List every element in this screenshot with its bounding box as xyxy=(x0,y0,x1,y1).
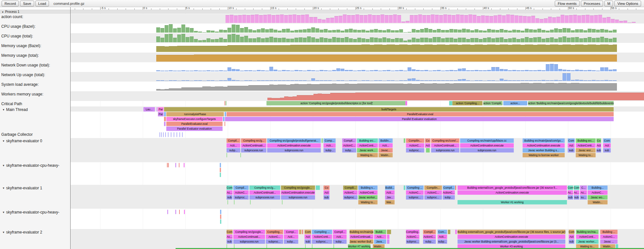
event-block[interactable]: Waiting to... xyxy=(358,200,378,204)
event-block[interactable]: ActionC... xyxy=(233,190,249,195)
event-block[interactable]: Acti... xyxy=(284,234,298,239)
event-block[interactable]: Acti... xyxy=(226,143,240,148)
event-block[interactable]: Com xyxy=(603,138,611,143)
event-block[interactable]: Com xyxy=(226,230,233,234)
event-block[interactable]: subp... xyxy=(423,239,436,244)
event-sliver[interactable] xyxy=(250,200,251,204)
event-block[interactable]: ActionConti... xyxy=(357,143,378,148)
event-sliver[interactable] xyxy=(449,101,452,105)
event-sliver[interactable] xyxy=(226,153,227,157)
event-block[interactable]: Compi... xyxy=(284,230,298,234)
event-block[interactable]: subp... xyxy=(333,239,347,244)
event-sliver[interactable] xyxy=(455,230,457,234)
event-block[interactable]: sub xyxy=(226,195,233,200)
event-sliver[interactable] xyxy=(220,219,221,224)
event-block[interactable]: Ac... xyxy=(226,234,233,239)
event-block[interactable]: Compil... xyxy=(233,185,249,190)
event-sliver[interactable] xyxy=(174,132,174,137)
event-block[interactable]: Javac wo... xyxy=(588,195,608,200)
event-block[interactable]: Jav... xyxy=(385,195,395,200)
event-block[interactable]: Wai... xyxy=(385,200,395,204)
event-block[interactable]: Worker #1 working xyxy=(457,200,567,204)
event-block[interactable]: Javac ... xyxy=(600,239,618,244)
track-label-skyframe-evaluator-2[interactable]: ▼skyframe-evaluator 2 xyxy=(1,230,42,234)
event-sliver[interactable] xyxy=(240,153,241,157)
event-block[interactable]: Buildi... xyxy=(374,230,386,234)
event-block[interactable]: Buildi... xyxy=(385,185,395,190)
event-block[interactable]: ActionContinuation.execute xyxy=(267,143,321,148)
track-label-skyframe-evaluator-0[interactable]: ▼skyframe-evaluator 0 xyxy=(1,139,42,143)
event-block[interactable]: Com xyxy=(568,138,575,143)
event-block[interactable]: ActionC... xyxy=(443,190,455,195)
event-sliver[interactable] xyxy=(168,163,169,167)
event-block[interactable]: Compiling src/core/... xyxy=(431,138,459,143)
event-block[interactable]: subprocess.run xyxy=(267,148,321,153)
event-sliver[interactable] xyxy=(316,185,320,190)
event-sliver[interactable] xyxy=(404,138,405,143)
event-sliver[interactable] xyxy=(168,132,168,137)
event-sliver[interactable] xyxy=(455,185,456,190)
event-sliver[interactable] xyxy=(220,168,221,172)
event-sliver[interactable] xyxy=(302,230,303,234)
event-block[interactable]: subproc... xyxy=(406,195,424,200)
event-block[interactable]: skyframeExecutor.configureTargets xyxy=(166,117,223,121)
event-sliver[interactable] xyxy=(220,173,221,177)
event-sliver[interactable] xyxy=(223,117,225,121)
event-block[interactable]: Co xyxy=(323,185,330,190)
event-block[interactable]: Building external/com_google_protobuf/ja… xyxy=(457,230,565,234)
event-block[interactable]: Building src... xyxy=(576,138,596,143)
event-block[interactable]: Act xyxy=(568,143,575,148)
event-block[interactable]: sub xyxy=(569,239,574,244)
track-label-skyframe-evaluator-1[interactable]: ▼skyframe-evaluator 1 xyxy=(1,186,42,190)
event-sliver[interactable] xyxy=(225,101,225,105)
event-sliver[interactable] xyxy=(163,132,164,137)
event-sliver[interactable] xyxy=(299,230,302,234)
event-sliver[interactable] xyxy=(322,138,323,143)
event-block[interactable]: Par xyxy=(158,107,164,112)
event-block[interactable]: Building external/com_google_protobuf/ja… xyxy=(457,185,567,190)
event-block[interactable]: Com... xyxy=(437,230,447,234)
event-sliver[interactable] xyxy=(220,163,221,167)
event-sliver[interactable] xyxy=(167,163,168,167)
toolbar-button-save[interactable]: Save xyxy=(20,1,34,6)
event-sliver[interactable] xyxy=(405,101,407,105)
event-block[interactable]: Act xyxy=(603,143,611,148)
event-block[interactable]: ActionC... xyxy=(406,234,419,239)
event-sliver[interactable] xyxy=(448,230,450,234)
event-block[interactable]: ActionContinuation.execute xyxy=(457,234,565,239)
toolbar-button-flow-events[interactable]: Flow events xyxy=(555,1,580,6)
event-block[interactable]: Building... xyxy=(588,185,608,190)
event-block[interactable]: ActionC... xyxy=(600,234,618,239)
event-block[interactable]: Javac worker Building s... xyxy=(523,148,565,153)
event-block[interactable]: Com xyxy=(226,185,233,190)
event-sliver[interactable] xyxy=(161,132,162,137)
event-block[interactable]: su... xyxy=(580,195,587,200)
toolbar-button-load[interactable]: Load xyxy=(35,1,49,6)
event-block[interactable]: sub xyxy=(568,148,575,153)
event-block[interactable]: Building ... xyxy=(600,230,618,234)
event-sliver[interactable] xyxy=(179,163,179,167)
event-block[interactable]: action 'Compili... xyxy=(483,101,503,105)
event-block[interactable]: subprocess.run xyxy=(460,148,514,153)
event-block[interactable]: Com xyxy=(569,230,574,234)
event-block[interactable]: subprocess.run xyxy=(233,239,265,244)
event-sliver[interactable] xyxy=(234,200,235,204)
event-block[interactable]: subproc... xyxy=(406,148,424,153)
event-block[interactable]: Com xyxy=(574,185,579,190)
event-block[interactable]: Compiling src/main/cpp/blaze.cc xyxy=(460,138,514,143)
event-block[interactable]: Compilin... xyxy=(424,185,442,190)
event-block[interactable]: Ac... xyxy=(574,190,579,195)
event-sliver[interactable] xyxy=(164,117,166,121)
event-sliver[interactable] xyxy=(175,210,176,214)
event-block[interactable]: subp... xyxy=(284,239,298,244)
event-block[interactable]: action... xyxy=(503,101,527,105)
event-block[interactable]: sub xyxy=(568,195,573,200)
event-block[interactable]: ActionC... xyxy=(343,190,358,195)
event-block[interactable]: Compili... xyxy=(343,185,358,190)
event-block[interactable]: ActionContinuati... xyxy=(233,234,265,239)
event-sliver[interactable] xyxy=(159,132,160,137)
event-block[interactable]: Com xyxy=(568,185,573,190)
event-block[interactable]: Building src/main/jav... xyxy=(350,230,373,234)
event-block[interactable]: Waitin... xyxy=(588,200,608,204)
event-block[interactable]: Par xyxy=(158,112,164,116)
